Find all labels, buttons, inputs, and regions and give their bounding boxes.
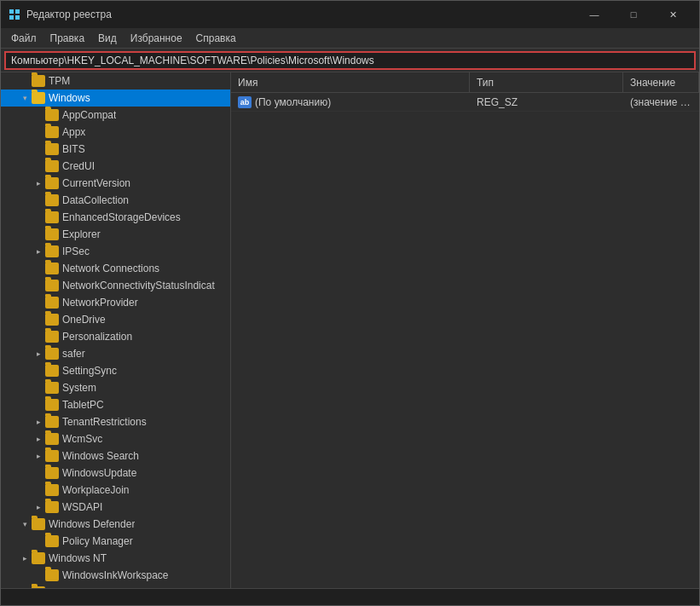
- tree-item-tabletpc[interactable]: TabletPC: [1, 396, 230, 413]
- expander-icon: [32, 432, 45, 446]
- tree-item-personalization[interactable]: Personalization: [1, 328, 230, 345]
- registry-editor-window: Редактор реестра — □ ✕ Файл Правка Вид И…: [0, 0, 700, 606]
- tree-panel[interactable]: TPMWindowsAppCompatAppxBITSCredUICurrent…: [1, 72, 231, 588]
- cell-type: REG_SZ: [470, 95, 623, 110]
- tree-item-datacollection[interactable]: DataCollection: [1, 192, 230, 209]
- tree-item-currentversion[interactable]: CurrentVersion: [1, 175, 230, 192]
- tree-item-appcompat[interactable]: AppCompat: [1, 107, 230, 124]
- tree-item-windowsinkworkspace[interactable]: WindowsInkWorkspace: [1, 567, 230, 584]
- tree-label: Policy Manager: [62, 535, 133, 547]
- tree-label: Windows Search: [62, 450, 139, 462]
- tree-item-networkconnections[interactable]: Network Connections: [1, 260, 230, 277]
- tree-label: NetworkConnectivityStatusIndicat: [62, 280, 215, 291]
- address-input[interactable]: [4, 51, 696, 70]
- col-type[interactable]: Тип: [470, 72, 623, 92]
- tree-item-windowssearch[interactable]: Windows Search: [1, 447, 230, 465]
- expander-icon: [32, 176, 45, 190]
- tree-label: EnhancedStorageDevices: [62, 211, 181, 223]
- folder-icon: [45, 314, 59, 326]
- folder-icon: [45, 450, 59, 462]
- tree-item-windowsnt[interactable]: Windows NT: [1, 550, 230, 567]
- menu-edit[interactable]: Правка: [43, 31, 92, 46]
- tree-label: BITS: [62, 143, 85, 155]
- expander-icon: [32, 449, 45, 463]
- folder-icon: [32, 586, 45, 588]
- folder-icon: [45, 365, 59, 377]
- folder-icon: [45, 263, 59, 274]
- maximize-button[interactable]: □: [614, 1, 653, 28]
- expander-icon: [18, 517, 32, 531]
- tree-label: OneDrive: [62, 314, 106, 326]
- tree-label: CredUI: [62, 160, 95, 172]
- svg-rect-0: [9, 9, 14, 14]
- folder-icon: [45, 245, 59, 257]
- tree-item-networkprovider[interactable]: NetworkProvider: [1, 294, 230, 311]
- tree-label: Network Connections: [62, 263, 159, 274]
- tree-item-tpm[interactable]: TPM: [1, 72, 230, 89]
- folder-icon: [45, 280, 59, 291]
- folder-icon: [45, 382, 59, 394]
- table-row[interactable]: ab(По умолчанию)REG_SZ(значение не присв…: [231, 93, 699, 112]
- col-value[interactable]: Значение: [623, 72, 699, 92]
- tree-label: IPSec: [62, 245, 90, 257]
- tree-item-ipsec[interactable]: IPSec: [1, 243, 230, 260]
- tree-item-tenantrestrictions[interactable]: TenantRestrictions: [1, 413, 230, 430]
- folder-icon: [45, 126, 59, 138]
- tree-item-enhancedstoragedevices[interactable]: EnhancedStorageDevices: [1, 209, 230, 226]
- tree-item-credui[interactable]: CredUI: [1, 158, 230, 175]
- tree-item-wcmsvc[interactable]: WcmSvc: [1, 430, 230, 447]
- tree-label: AppCompat: [62, 109, 116, 121]
- expander-icon: [18, 551, 32, 565]
- tree-item-safer[interactable]: safer: [1, 345, 230, 362]
- expander-icon: [32, 245, 45, 258]
- address-bar: [1, 49, 699, 72]
- tree-item-windows[interactable]: Windows: [1, 89, 230, 107]
- tree-item-explorer[interactable]: Explorer: [1, 226, 230, 243]
- folder-icon: [45, 331, 59, 343]
- folder-icon: [45, 399, 59, 411]
- svg-rect-2: [9, 15, 14, 20]
- col-name[interactable]: Имя: [231, 72, 470, 92]
- folder-icon: [45, 194, 59, 206]
- tree-item-settingsync[interactable]: SettingSync: [1, 362, 230, 379]
- svg-rect-3: [15, 15, 20, 20]
- menu-favorites[interactable]: Избранное: [124, 31, 189, 46]
- folder-icon: [45, 143, 59, 155]
- tree-item-wsdapi[interactable]: WSDAPI: [1, 499, 230, 516]
- folder-icon: [32, 92, 45, 104]
- folder-icon: [32, 552, 45, 564]
- minimize-button[interactable]: —: [575, 1, 614, 28]
- expander-icon: [32, 500, 45, 514]
- tree-item-bits[interactable]: BITS: [1, 141, 230, 158]
- tree-label: WSDAPI: [62, 501, 102, 513]
- main-area: TPMWindowsAppCompatAppxBITSCredUICurrent…: [1, 72, 699, 588]
- window-title: Редактор реестра: [26, 9, 575, 20]
- tree-item-onedrive[interactable]: OneDrive: [1, 311, 230, 328]
- folder-icon: [45, 177, 59, 189]
- tree-item-workplacejoin[interactable]: WorkplaceJoin: [1, 482, 230, 499]
- close-button[interactable]: ✕: [653, 1, 692, 28]
- tree-item-system[interactable]: System: [1, 379, 230, 396]
- menu-view[interactable]: Вид: [91, 31, 124, 46]
- tree-item-appx[interactable]: Appx: [1, 124, 230, 141]
- folder-icon: [45, 467, 59, 479]
- folder-icon: [45, 484, 59, 496]
- menu-help[interactable]: Справка: [189, 31, 243, 46]
- folder-icon: [32, 75, 45, 87]
- reg-type-icon: ab: [238, 96, 252, 108]
- menu-file[interactable]: Файл: [4, 31, 43, 46]
- folder-icon: [45, 348, 59, 360]
- status-bar: [1, 588, 699, 605]
- tree-label: WindowsInkWorkspace: [62, 569, 169, 581]
- tree-item-windowsupdate[interactable]: WindowsUpdate: [1, 465, 230, 482]
- tree-item-windowsdefender[interactable]: Windows Defender: [1, 516, 230, 533]
- tree-item-policymanager[interactable]: Policy Manager: [1, 533, 230, 550]
- folder-icon: [32, 518, 45, 530]
- tree-label: safer: [62, 348, 85, 360]
- expander-icon: [32, 347, 45, 361]
- content-header: Имя Тип Значение: [231, 72, 699, 93]
- app-icon: [8, 8, 21, 21]
- tree-label: Explorer: [62, 228, 101, 240]
- content-panel: Имя Тип Значение ab(По умолчанию)REG_SZ(…: [231, 72, 699, 588]
- tree-item-networkconnectivitystatusindicator[interactable]: NetworkConnectivityStatusIndicat: [1, 277, 230, 294]
